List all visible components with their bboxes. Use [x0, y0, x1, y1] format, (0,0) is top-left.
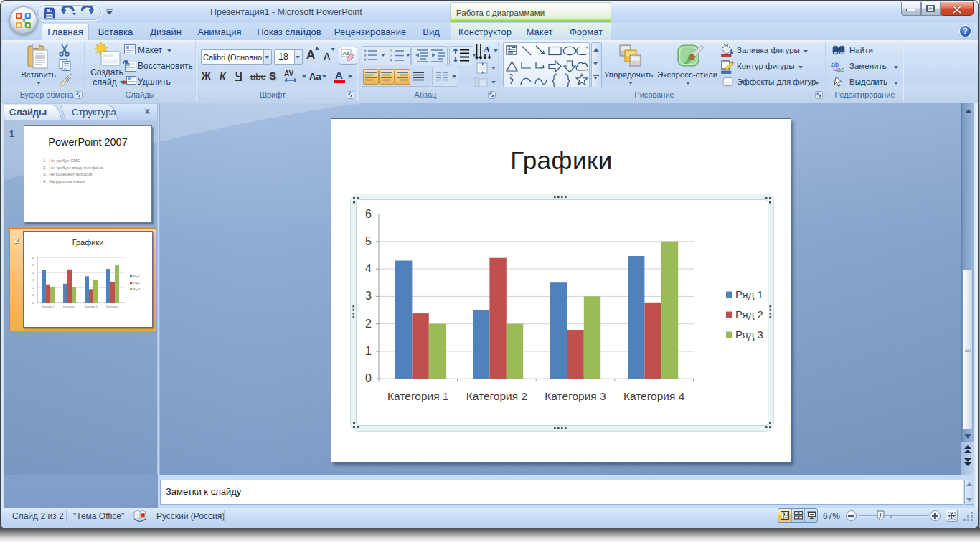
svg-text:Категория 3: Категория 3: [85, 305, 98, 308]
svg-text:Категория 3: Категория 3: [545, 390, 606, 402]
svg-text:3: 3: [365, 290, 372, 302]
svg-text:0: 0: [32, 301, 34, 305]
svg-text:A: A: [507, 46, 511, 52]
svg-text:3.: 3.: [390, 58, 394, 63]
svg-text:5: 5: [32, 263, 34, 267]
svg-text:Категория 2: Категория 2: [63, 305, 76, 308]
svg-text:ac: ac: [837, 66, 844, 72]
svg-text:Ряд 2: Ряд 2: [133, 282, 140, 285]
svg-text:Ряд 3: Ряд 3: [133, 288, 140, 291]
svg-text:Ряд 2: Ряд 2: [735, 308, 763, 320]
svg-text:Ряд 1: Ряд 1: [735, 288, 763, 300]
svg-text:1: 1: [32, 293, 34, 297]
svg-text:5: 5: [365, 235, 372, 247]
svg-text:Ряд 1: Ряд 1: [133, 275, 140, 278]
svg-text:4: 4: [365, 262, 372, 275]
svg-text:2: 2: [365, 318, 372, 330]
svg-text:Категория 2: Категория 2: [466, 390, 527, 402]
svg-text:Категория 1: Категория 1: [42, 305, 55, 308]
svg-text:6: 6: [365, 208, 372, 220]
svg-text:A: A: [484, 44, 490, 54]
svg-text:3: 3: [32, 278, 34, 282]
svg-text:Категория 1: Категория 1: [387, 390, 448, 402]
svg-text:Категория 4: Категория 4: [623, 390, 685, 402]
svg-text:6: 6: [32, 256, 34, 260]
svg-text:1.: 1.: [390, 48, 394, 53]
svg-text:Категория 4: Категория 4: [106, 305, 119, 308]
svg-text:4: 4: [32, 271, 34, 275]
svg-text:0: 0: [365, 372, 372, 384]
svg-text:AV: AV: [284, 70, 293, 77]
svg-text:2: 2: [32, 286, 34, 290]
svg-text:1: 1: [365, 345, 372, 357]
svg-text:Ряд 3: Ряд 3: [735, 328, 763, 341]
